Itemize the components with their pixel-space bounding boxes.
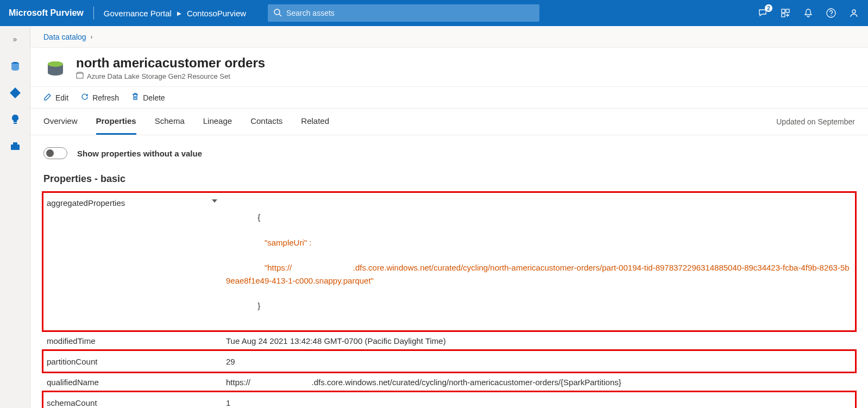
asset-header: north americacustomer orders Azure Data … — [30, 48, 868, 87]
edit-button[interactable]: Edit — [43, 92, 68, 103]
tab-lineage[interactable]: Lineage — [203, 109, 232, 135]
portal-breadcrumb: Governance Portal ▶ ContosoPurview — [104, 9, 246, 18]
property-value: 29 — [223, 351, 855, 372]
tab-contacts[interactable]: Contacts — [250, 109, 282, 135]
delete-button[interactable]: Delete — [131, 92, 165, 103]
collapse-icon[interactable] — [212, 199, 217, 203]
divider — [93, 7, 94, 20]
edit-icon — [43, 92, 52, 103]
updated-label: Updated on September — [776, 117, 855, 126]
svg-point-13 — [48, 61, 63, 67]
svg-rect-3 — [786, 9, 789, 12]
table-row: partitionCount 29 — [43, 351, 855, 372]
svg-point-6 — [831, 15, 832, 16]
property-value: 1 — [223, 392, 855, 408]
profile-icon[interactable] — [848, 8, 859, 18]
nav-data-catalog-icon[interactable] — [9, 60, 22, 74]
asset-subtype: Azure Data Lake Storage Gen2 Resource Se… — [87, 72, 230, 80]
property-value: https:// .dfs.core.windows.net/curated/c… — [223, 372, 855, 392]
portal-link[interactable]: Governance Portal — [104, 9, 172, 18]
refresh-button[interactable]: Refresh — [80, 92, 119, 103]
page-title: north americacustomer orders — [76, 55, 265, 71]
svg-rect-9 — [10, 87, 21, 98]
header-icons: 2 — [757, 8, 859, 18]
breadcrumb-data-catalog[interactable]: Data catalog — [43, 33, 86, 41]
left-nav: » — [0, 26, 30, 408]
chevron-right-icon: ▶ — [177, 10, 181, 16]
feedback-badge: 2 — [765, 4, 772, 12]
svg-rect-4 — [782, 14, 785, 17]
table-row: modifiedTime Tue Aug 24 2021 13:42:48 GM… — [43, 330, 855, 351]
help-icon[interactable] — [826, 8, 836, 18]
knowledge-center-icon[interactable] — [780, 8, 791, 18]
section-title: Properties - basic — [43, 173, 855, 185]
property-key: partitionCount — [43, 351, 223, 372]
notifications-icon[interactable] — [803, 8, 814, 18]
svg-point-5 — [827, 9, 835, 17]
breadcrumb: Data catalog › — [30, 26, 868, 48]
feedback-icon[interactable]: 2 — [757, 8, 768, 18]
svg-point-0 — [274, 9, 280, 15]
property-value: Tue Aug 24 2021 13:42:48 GMT-0700 (Pacif… — [223, 330, 855, 351]
properties-table: aggregatedProperties { "sampleUri" : "ht… — [43, 192, 855, 408]
top-bar: Microsoft Purview Governance Portal ▶ Co… — [0, 0, 868, 26]
asset-type-icon — [43, 57, 67, 80]
account-link[interactable]: ContosoPurview — [187, 9, 246, 18]
svg-line-1 — [279, 14, 281, 16]
tab-schema[interactable]: Schema — [155, 109, 185, 135]
svg-rect-11 — [13, 142, 17, 145]
table-row: qualifiedName https:// .dfs.core.windows… — [43, 372, 855, 392]
property-key: aggregatedProperties — [43, 193, 223, 331]
property-key: schemaCount — [43, 392, 223, 408]
brand[interactable]: Microsoft Purview — [9, 8, 93, 18]
tabs: Overview Properties Schema Lineage Conta… — [30, 109, 868, 135]
nav-insights-icon[interactable] — [9, 113, 22, 128]
svg-point-7 — [852, 10, 856, 13]
refresh-icon — [80, 92, 89, 103]
expand-nav-icon[interactable]: » — [13, 33, 17, 48]
nav-management-icon[interactable] — [9, 140, 22, 154]
svg-rect-10 — [11, 145, 20, 150]
property-value: { "sampleUri" : "https:// .dfs.core.wind… — [223, 193, 855, 331]
nav-data-map-icon[interactable] — [9, 86, 22, 101]
table-row: schemaCount 1 — [43, 392, 855, 408]
show-empty-label: Show properties without a value — [77, 149, 202, 158]
tab-related[interactable]: Related — [301, 109, 329, 135]
resource-set-icon — [76, 72, 84, 81]
property-key: qualifiedName — [43, 372, 223, 392]
tab-overview[interactable]: Overview — [43, 109, 78, 135]
show-empty-toggle[interactable] — [43, 147, 67, 159]
search-icon — [273, 8, 282, 18]
search-box[interactable] — [268, 4, 539, 22]
svg-rect-2 — [782, 9, 785, 12]
table-row: aggregatedProperties { "sampleUri" : "ht… — [43, 193, 855, 331]
svg-rect-14 — [77, 73, 83, 78]
chevron-right-icon: › — [91, 33, 93, 41]
delete-icon — [131, 92, 140, 103]
action-bar: Edit Refresh Delete — [30, 87, 868, 109]
tab-properties[interactable]: Properties — [96, 109, 136, 135]
search-input[interactable] — [286, 9, 534, 17]
property-key: modifiedTime — [43, 330, 223, 351]
